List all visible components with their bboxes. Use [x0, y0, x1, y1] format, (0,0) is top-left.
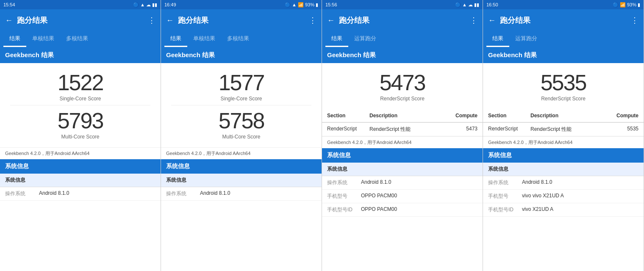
sys-header-1: 系统信息 [0, 159, 161, 174]
multi-score-label-2: Multi-Core Score [166, 134, 316, 140]
status-time-2: 16:49 [164, 2, 176, 7]
menu-icon-2[interactable]: ⋮ [309, 16, 316, 25]
row-value-4-2: vivo X21UD A [522, 206, 553, 213]
render-score-label-4: RenderScript Score [488, 96, 638, 102]
score-area-2: 1577 Single-Core Score 5758 Multi-Core S… [161, 63, 322, 147]
col-desc-header-4: Description [530, 113, 611, 119]
back-icon-2[interactable]: ← [166, 16, 174, 25]
top-bar-4: ← 跑分结果 ⋮ [483, 9, 644, 31]
multi-score-number-1: 5793 [5, 109, 155, 133]
top-bar-1: ← 跑分结果 ⋮ [0, 9, 161, 31]
table-row: 手机型号 OPPO PACM00 [322, 190, 483, 203]
menu-icon-3[interactable]: ⋮ [470, 16, 477, 25]
row-value-3-0: Android 8.1.0 [361, 179, 391, 186]
tabs-4: 结果 运算跑分 [483, 31, 644, 47]
status-bar-3: 15:56 🔵 ▲ ☁ ▮▮ [322, 0, 483, 9]
row-value-4-0: Android 8.1.0 [522, 179, 552, 186]
menu-icon-1[interactable]: ⋮ [148, 16, 155, 25]
row-value-1-0: Android 8.1.0 [39, 190, 69, 197]
multi-score-block-1: 5793 Multi-Core Score [5, 109, 155, 140]
row-label-4-1: 手机型号 [488, 193, 522, 200]
table-row: RenderScript RenderScript 性能 5473 [322, 123, 483, 136]
render-score-block-4: 5535 RenderScript Score [488, 71, 638, 102]
row-section-3-0: RenderScript [327, 126, 369, 133]
multi-score-number-2: 5758 [166, 109, 316, 133]
back-icon-3[interactable]: ← [327, 16, 335, 25]
row-value-3-1: OPPO PACM00 [361, 193, 397, 200]
render-score-number-4: 5535 [488, 71, 638, 95]
row-value-2-0: Android 8.1.0 [200, 190, 230, 197]
render-score-block-3: 5473 RenderScript Score [327, 71, 477, 102]
table-row: 手机型号 vivo vivo X21UD A [483, 190, 644, 203]
row-section-4-0: RenderScript [488, 126, 530, 133]
status-icons-3: 🔵 ▲ ☁ ▮▮ [455, 2, 479, 8]
page-title-2: 跑分结果 [178, 15, 305, 25]
info-text-3: Geekbench 4.2.0，用于Android AArch64 [322, 136, 483, 148]
tab-compute-4[interactable]: 运算跑分 [509, 31, 543, 47]
top-bar-3: ← 跑分结果 ⋮ [322, 9, 483, 31]
row-label-4-0: 操作系统 [488, 179, 522, 186]
render-score-number-3: 5473 [327, 71, 477, 95]
sys-header-3: 系统信息 [322, 148, 483, 163]
row-desc-3-0: RenderScript 性能 [369, 126, 450, 133]
table-row: 手机型号ID vivo X21UD A [483, 203, 644, 217]
geekbench-header-1: Geekbench 结果 [0, 47, 161, 63]
back-icon-1[interactable]: ← [5, 16, 13, 25]
menu-icon-4[interactable]: ⋮ [631, 16, 638, 25]
row-label-3-0: 操作系统 [327, 179, 361, 186]
row-label-2-0: 操作系统 [166, 190, 200, 197]
table-row: 操作系统 Android 8.1.0 [483, 176, 644, 190]
table-row: 操作系统 Android 8.1.0 [161, 187, 322, 201]
row-label-4-2: 手机型号ID [488, 206, 522, 213]
tab-results-2[interactable]: 结果 [164, 31, 187, 47]
row-desc-4-0: RenderScript 性能 [530, 126, 611, 133]
tab-single-1[interactable]: 单核结果 [26, 31, 60, 47]
tab-single-2[interactable]: 单核结果 [187, 31, 221, 47]
divider-2 [171, 105, 311, 105]
sys-header-2: 系统信息 [161, 159, 322, 174]
tab-results-4[interactable]: 结果 [486, 31, 509, 47]
panel-4: 16:50 🔵 📶 93% ▮ ← 跑分结果 ⋮ 结果 运算跑分 Geekben… [483, 0, 644, 271]
status-time-3: 15:56 [325, 2, 337, 7]
sys-header-4: 系统信息 [483, 148, 644, 163]
tab-multi-1[interactable]: 多核结果 [60, 31, 94, 47]
col-compute-header-3: Compute [450, 113, 477, 119]
col-desc-header-3: Description [369, 113, 450, 119]
tab-compute-3[interactable]: 运算跑分 [348, 31, 382, 47]
render-score-label-3: RenderScript Score [327, 96, 477, 102]
info-text-2: Geekbench 4.2.0，用于Android AArch64 [161, 147, 322, 159]
status-time-1: 15:54 [3, 2, 15, 7]
panel-2: 16:49 🔵 ▲ 📶 93% ▮ ← 跑分结果 ⋮ 结果 单核结果 多核结果 … [161, 0, 322, 271]
single-score-number-1: 1522 [5, 71, 155, 95]
score-area-3: 5473 RenderScript Score [322, 63, 483, 109]
status-icons-1: 🔵 ▲ ☁ ▮▮ [133, 2, 157, 8]
page-title-4: 跑分结果 [500, 15, 627, 25]
col-compute-header-4: Compute [611, 113, 638, 119]
row-label-3-2: 手机型号ID [327, 206, 361, 213]
row-value-3-2: OPPO PACM00 [361, 206, 397, 213]
table-row: RenderScript RenderScript 性能 5535 [483, 123, 644, 136]
score-area-1: 1522 Single-Core Score 5793 Multi-Core S… [0, 63, 161, 147]
status-bar-1: 15:54 🔵 ▲ ☁ ▮▮ [0, 0, 161, 9]
multi-score-label-1: Multi-Core Score [5, 134, 155, 140]
single-score-block-1: 1522 Single-Core Score [5, 71, 155, 102]
back-icon-4[interactable]: ← [488, 16, 496, 25]
table-header-3: Section Description Compute [322, 109, 483, 123]
tabs-2: 结果 单核结果 多核结果 [161, 31, 322, 47]
page-title-3: 跑分结果 [339, 15, 466, 25]
top-bar-2: ← 跑分结果 ⋮ [161, 9, 322, 31]
tabs-1: 结果 单核结果 多核结果 [0, 31, 161, 47]
row-compute-3-0: 5473 [450, 126, 477, 133]
col-section-header-4: Section [488, 113, 530, 119]
multi-score-block-2: 5758 Multi-Core Score [166, 109, 316, 140]
sub-section-3: 系统信息 [322, 163, 483, 176]
single-score-block-2: 1577 Single-Core Score [166, 71, 316, 102]
tab-results-3[interactable]: 结果 [325, 31, 348, 47]
row-compute-4-0: 5535 [611, 126, 638, 133]
info-text-4: Geekbench 4.2.0，用于Android AArch64 [483, 136, 644, 148]
table-row: 手机型号ID OPPO PACM00 [322, 203, 483, 217]
tab-multi-2[interactable]: 多核结果 [221, 31, 255, 47]
row-label-3-1: 手机型号 [327, 193, 361, 200]
tab-results-1[interactable]: 结果 [3, 31, 26, 47]
geekbench-header-4: Geekbench 结果 [483, 47, 644, 63]
